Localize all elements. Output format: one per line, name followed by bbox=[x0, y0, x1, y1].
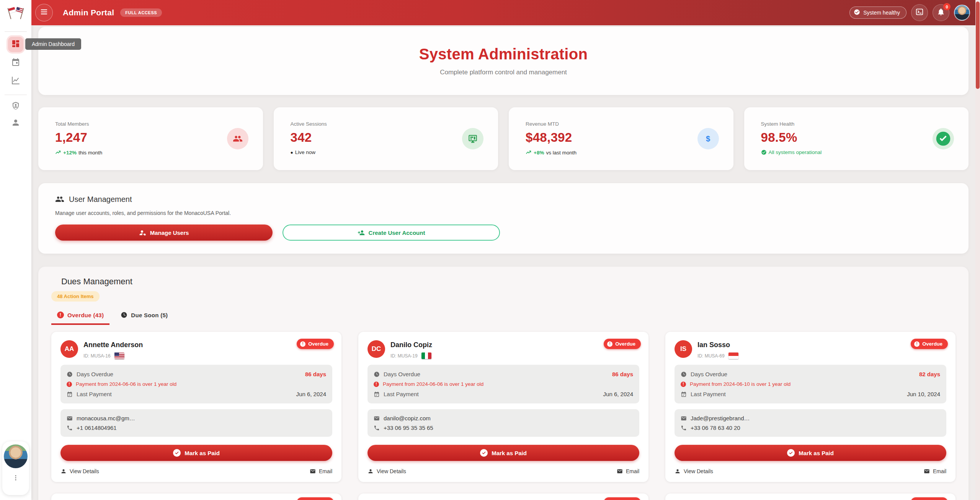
mark-as-paid-button[interactable]: Mark as Paid bbox=[60, 445, 332, 461]
phone-icon bbox=[681, 425, 687, 431]
email-icon bbox=[374, 415, 380, 421]
view-details-link[interactable]: View Details bbox=[675, 468, 713, 474]
stat-card-active-sessions: Active Sessions 342 ● Live now bbox=[274, 107, 498, 170]
person-icon bbox=[675, 468, 681, 474]
clock-icon bbox=[681, 371, 687, 377]
terminal-button[interactable] bbox=[911, 4, 928, 21]
overdue-panel: Days Overdue 86 days ! Payment from 2024… bbox=[368, 365, 639, 403]
overdue-badge: ! Overdue bbox=[604, 339, 641, 349]
clock-icon bbox=[374, 371, 380, 377]
error-icon: ! bbox=[681, 382, 686, 387]
member-id: ID: MUSA-19 bbox=[390, 353, 418, 359]
phone-icon bbox=[374, 425, 380, 431]
page-title: System Administration bbox=[419, 46, 588, 63]
member-card: ! Overdue bbox=[358, 493, 648, 500]
more-options-icon[interactable] bbox=[12, 474, 19, 483]
member-email: Jade@prestigebrand… bbox=[691, 415, 750, 421]
payment-warning: Payment from 2024-06-06 is over 1 year o… bbox=[383, 381, 483, 387]
notifications-button[interactable]: 0 bbox=[933, 4, 949, 21]
person-icon bbox=[60, 468, 67, 474]
app-title: Admin Portal bbox=[63, 8, 114, 17]
check-circle-icon bbox=[787, 449, 795, 457]
shield-user-icon bbox=[11, 101, 20, 112]
dues-management-section: Dues Management 48 Action Items ! Overdu… bbox=[38, 267, 969, 500]
member-id: ID: MUSA-69 bbox=[697, 353, 725, 359]
people-icon bbox=[227, 128, 248, 149]
stat-trend: +12% this month bbox=[55, 149, 248, 156]
access-badge: FULL ACCESS bbox=[120, 8, 162, 17]
scrollbar-thumb[interactable] bbox=[976, 2, 980, 89]
member-card: ! Overdue AA Annette Anderson ID: MUSA-1… bbox=[51, 332, 341, 482]
people-icon bbox=[55, 195, 64, 204]
member-card: ! Overdue DC Danilo Copiz ID: MUSA-19 bbox=[358, 332, 648, 482]
email-link[interactable]: Email bbox=[924, 468, 946, 474]
sidebar-tooltip: Admin Dashboard bbox=[25, 38, 81, 50]
stat-label: Total Members bbox=[55, 121, 248, 127]
stat-trend: All systems operational bbox=[761, 149, 954, 155]
error-icon: ! bbox=[300, 341, 305, 347]
days-overdue-value: 86 days bbox=[305, 371, 326, 377]
member-cards-row: ! Overdue AA Annette Anderson ID: MUSA-1… bbox=[51, 332, 956, 482]
email-link[interactable]: Email bbox=[617, 468, 639, 474]
system-status-label: System healthy bbox=[863, 10, 900, 16]
sidebar-item-analytics[interactable] bbox=[8, 74, 23, 89]
mark-as-paid-button[interactable]: Mark as Paid bbox=[675, 445, 946, 461]
tab-due-soon[interactable]: Due Soon (5) bbox=[115, 311, 173, 325]
member-avatar: AA bbox=[60, 340, 78, 358]
error-icon: ! bbox=[57, 311, 64, 318]
check-circle-icon bbox=[173, 449, 181, 457]
clock-icon bbox=[67, 371, 73, 377]
overdue-panel: Days Overdue 86 days ! Payment from 2024… bbox=[60, 365, 332, 403]
calendar-check-icon bbox=[681, 391, 687, 397]
menu-button[interactable] bbox=[35, 4, 53, 21]
mark-as-paid-button[interactable]: Mark as Paid bbox=[368, 445, 639, 461]
overdue-badge: ! Overdue bbox=[297, 339, 334, 349]
line-chart-icon bbox=[11, 76, 20, 87]
manage-users-button[interactable]: Manage Users bbox=[55, 225, 273, 241]
calendar-icon bbox=[11, 57, 20, 68]
stat-trend: +8% vs last month bbox=[526, 149, 718, 156]
manage-accounts-icon bbox=[139, 229, 146, 236]
error-icon: ! bbox=[914, 341, 920, 347]
contact-panel: Jade@prestigebrand… +33 06 78 63 40 20 bbox=[675, 409, 946, 437]
email-icon bbox=[924, 468, 930, 474]
hamburger-icon bbox=[40, 8, 48, 18]
stat-label: Active Sessions bbox=[291, 121, 483, 127]
header-user-avatar[interactable] bbox=[954, 5, 970, 21]
member-email: danilo@copiz.com bbox=[384, 415, 431, 421]
sidebar-item-events[interactable] bbox=[8, 55, 23, 70]
sidebar-item-profile[interactable] bbox=[8, 116, 23, 131]
system-status-pill: System healthy bbox=[849, 7, 906, 19]
monacousa-logo bbox=[7, 4, 25, 23]
member-cards-row-partial: ! Overdue ! Overdue ! Overdue bbox=[51, 493, 956, 500]
sidebar-divider bbox=[5, 31, 27, 32]
person-icon bbox=[368, 468, 374, 474]
email-icon bbox=[67, 415, 73, 421]
shield-check-icon bbox=[933, 128, 954, 149]
sidebar-item-dashboard[interactable] bbox=[8, 37, 23, 52]
page-subtitle: Complete platform control and management bbox=[440, 69, 567, 76]
member-card: ! Overdue IS Ian Sosso ID: MUSA-69 bbox=[665, 332, 956, 482]
contact-panel: monacousa.mc@gm… +1 0614804961 bbox=[60, 409, 332, 437]
section-description: Manage user accounts, roles, and permiss… bbox=[55, 210, 952, 216]
section-title: User Management bbox=[69, 195, 132, 204]
tab-overdue[interactable]: ! Overdue (43) bbox=[51, 311, 109, 325]
scrollbar-track[interactable] bbox=[975, 0, 980, 500]
create-user-button[interactable]: Create User Account bbox=[283, 225, 500, 241]
member-phone: +33 06 95 35 35 65 bbox=[384, 425, 433, 431]
calendar-check-icon bbox=[374, 391, 380, 397]
stat-label: Revenue MTD bbox=[526, 121, 718, 127]
user-avatar[interactable] bbox=[4, 444, 28, 468]
member-phone: +33 06 78 63 40 20 bbox=[691, 425, 740, 431]
member-phone: +1 0614804961 bbox=[77, 425, 117, 431]
dues-tabs: ! Overdue (43) Due Soon (5) bbox=[51, 311, 956, 325]
stat-value: 1,247 bbox=[55, 130, 248, 145]
sidebar-item-security[interactable] bbox=[8, 99, 23, 114]
email-link[interactable]: Email bbox=[310, 468, 332, 474]
italy-flag-icon bbox=[421, 352, 431, 359]
stat-label: System Health bbox=[761, 121, 954, 127]
clock-icon bbox=[121, 311, 127, 318]
dollar-icon: $ bbox=[697, 128, 719, 149]
view-details-link[interactable]: View Details bbox=[60, 468, 99, 474]
view-details-link[interactable]: View Details bbox=[368, 468, 406, 474]
